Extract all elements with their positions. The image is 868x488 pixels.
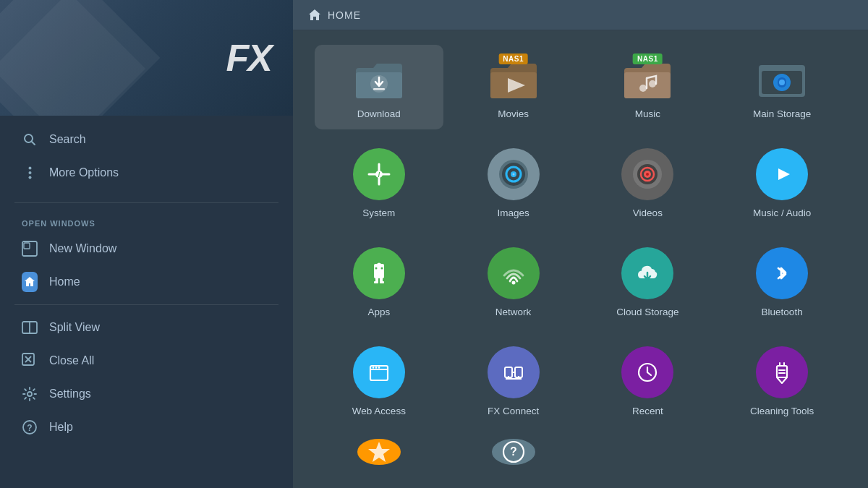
grid-item-images[interactable]: Images: [449, 135, 578, 228]
grid-item-bluetooth[interactable]: Bluetooth: [718, 234, 846, 328]
videos-label: Videos: [633, 207, 663, 218]
music-folder-label: Music: [635, 108, 660, 119]
topbar: HOME: [293, 0, 868, 30]
grid-item-network[interactable]: Network: [449, 234, 578, 328]
sidebar-logo: FX: [0, 0, 293, 116]
svg-point-21: [639, 85, 647, 92]
svg-line-1: [32, 142, 35, 145]
web-access-icon: [353, 346, 405, 398]
svg-point-44: [375, 267, 377, 270]
images-label: Images: [497, 207, 529, 218]
divider-1: [14, 202, 278, 203]
svg-point-12: [27, 392, 32, 396]
grid-item-music-audio[interactable]: Music / Audio: [718, 135, 846, 228]
fx-connect-icon: [488, 346, 540, 398]
home-grid: Download NAS1 Movies: [293, 30, 868, 488]
system-icon: /: [353, 148, 405, 200]
svg-point-26: [779, 80, 785, 85]
grid-item-cleaning-tools[interactable]: Cleaning Tools: [718, 333, 846, 427]
settings-label: Settings: [49, 388, 91, 401]
bluetooth-label: Bluetooth: [762, 307, 803, 317]
sidebar-item-close-all[interactable]: Close All: [0, 344, 293, 377]
web-access-label: Web Access: [352, 406, 406, 416]
sidebar-top-menu: Search More Options: [0, 116, 293, 197]
cloud-storage-icon: [621, 247, 673, 299]
network-icon: [488, 247, 540, 299]
apps-icon: [353, 247, 405, 299]
svg-point-37: [512, 174, 514, 176]
sidebar-item-help[interactable]: ? Help: [0, 411, 293, 444]
grid-item-download[interactable]: Download: [315, 45, 443, 129]
sidebar: FX Search More Options OPE: [0, 0, 293, 488]
sidebar-item-home[interactable]: Home: [0, 265, 293, 299]
split-view-label: Split View: [49, 321, 100, 334]
svg-marker-43: [778, 168, 790, 180]
system-label: System: [362, 207, 395, 218]
grid-item-videos[interactable]: Videos: [584, 135, 712, 228]
music-audio-icon: [756, 148, 808, 200]
grid-item-recent[interactable]: Recent: [584, 333, 712, 427]
topbar-home-icon: [307, 8, 322, 22]
svg-point-42: [646, 173, 649, 176]
music-icon-wrapper: NAS1: [621, 58, 673, 101]
network-label: Network: [495, 307, 532, 317]
grid-item-partial2[interactable]: ?: [449, 432, 578, 468]
grid-item-movies[interactable]: NAS1 Movies: [449, 45, 578, 129]
cleaning-tools-label: Cleaning Tools: [750, 406, 814, 416]
svg-text:?: ?: [27, 423, 32, 433]
music-audio-label: Music / Audio: [753, 207, 811, 218]
recent-label: Recent: [632, 406, 663, 416]
download-icon-wrapper: [353, 58, 405, 101]
divider-2: [14, 304, 278, 305]
more-options-label: More Options: [49, 166, 119, 179]
grid-item-partial1[interactable]: [315, 432, 443, 468]
partial2-icon: ?: [492, 439, 535, 465]
svg-point-50: [511, 281, 515, 285]
recent-icon: [621, 346, 673, 398]
fx-connect-label: FX Connect: [488, 406, 539, 416]
movies-badge: NAS1: [498, 53, 528, 64]
grid-item-cloud-storage[interactable]: Cloud Storage: [584, 234, 712, 328]
main-storage-icon-wrapper: [756, 58, 808, 101]
sidebar-item-new-window[interactable]: New Window: [0, 232, 293, 265]
grid-item-apps[interactable]: Apps: [315, 234, 443, 328]
help-icon: ?: [22, 419, 38, 435]
svg-point-54: [375, 367, 377, 368]
search-icon: [22, 132, 38, 147]
movies-label: Movies: [498, 108, 529, 119]
svg-point-3: [28, 171, 31, 174]
sidebar-item-settings[interactable]: Settings: [0, 377, 293, 411]
svg-point-55: [378, 367, 380, 368]
help-label: Help: [49, 421, 73, 434]
main-storage-label: Main Storage: [753, 108, 811, 119]
apps-label: Apps: [367, 307, 390, 317]
videos-icon: [621, 148, 673, 200]
settings-icon: [22, 386, 38, 402]
svg-rect-17: [373, 88, 385, 90]
cloud-storage-label: Cloud Storage: [616, 307, 678, 317]
music-badge: NAS1: [633, 53, 663, 64]
grid-item-main-storage[interactable]: Main Storage: [718, 45, 846, 129]
svg-rect-56: [505, 367, 512, 377]
bluetooth-icon: [756, 247, 808, 299]
sidebar-item-split-view[interactable]: Split View: [0, 311, 293, 344]
grid-item-fx-connect[interactable]: FX Connect: [449, 333, 578, 427]
svg-point-4: [28, 176, 31, 179]
grid-item-system[interactable]: / System: [315, 135, 443, 228]
svg-text:?: ?: [510, 445, 517, 458]
window-icon: [22, 241, 38, 257]
svg-rect-63: [777, 366, 787, 377]
partial1-icon: [357, 439, 401, 465]
svg-rect-57: [515, 367, 522, 377]
sidebar-item-more-options[interactable]: More Options: [0, 156, 293, 189]
sidebar-item-search[interactable]: Search: [0, 123, 293, 156]
open-windows-label: OPEN WINDOWS: [0, 209, 293, 232]
grid-item-music[interactable]: NAS1 Music: [584, 45, 712, 129]
svg-point-22: [649, 80, 656, 87]
grid-item-web-access[interactable]: Web Access: [315, 333, 443, 427]
cleaning-tools-icon: [756, 346, 808, 398]
svg-point-53: [373, 367, 374, 368]
home-label: Home: [49, 275, 80, 288]
topbar-title: HOME: [328, 9, 361, 21]
close-all-label: Close All: [49, 354, 94, 367]
